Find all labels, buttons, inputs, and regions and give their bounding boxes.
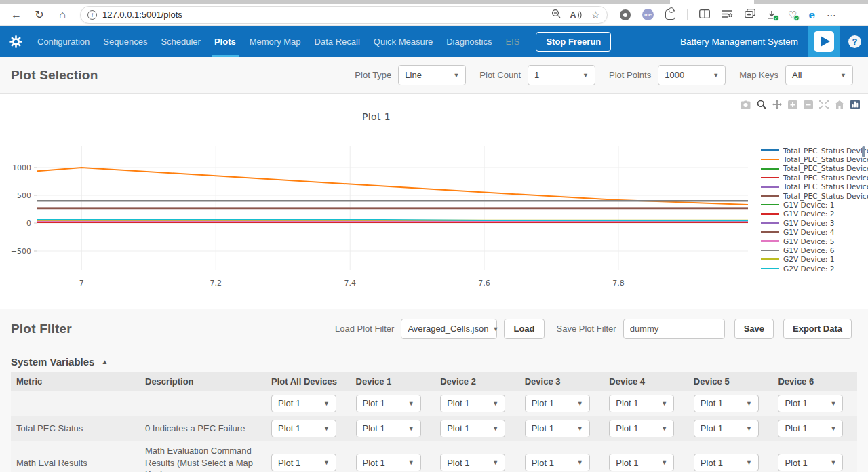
plot-assign-select[interactable]: Plot 1▼ [778,420,843,437]
column-header: Metric [11,376,140,387]
nav-item-quick-measure[interactable]: Quick Measure [367,26,439,57]
plot-assign-select[interactable]: Plot 1▼ [609,454,674,471]
edge-logo-icon[interactable]: e [808,9,815,21]
plot-assign-select[interactable]: Plot 1▼ [271,454,336,471]
downloads-icon[interactable]: ✓ [767,11,776,19]
legend-item[interactable]: G1V Device: 3 [761,218,868,227]
collections-icon[interactable] [745,9,755,21]
zoom-tool-icon[interactable] [757,100,766,109]
address-bar[interactable]: i 127.0.0.1:5001/plots A ☆ [80,6,608,24]
chevron-down-icon: ▼ [661,425,667,433]
legend-item[interactable]: Total_PEC_Status Device: 6 [761,191,868,200]
legend-label: Total_PEC_Status Device: 4 [783,174,868,182]
stop-freerun-button[interactable]: Stop Freerun [536,32,611,52]
plot-count-select[interactable]: 1▼ [528,65,595,85]
legend-item[interactable]: G1V Device: 5 [761,237,868,245]
plot-assign-select[interactable]: Plot 1▼ [609,420,674,437]
map-keys-select[interactable]: All▼ [785,65,853,85]
back-icon[interactable]: ← [7,6,26,24]
export-data-button[interactable]: Export Data [783,319,852,339]
plot-assign-select[interactable]: Plot 1▼ [271,420,336,437]
nav-item-diagnostics[interactable]: Diagnostics [439,26,498,57]
plot-assign-select[interactable]: Plot 1▼ [525,395,590,412]
legend-label: G2V Device: 2 [783,264,834,273]
plot-points-select[interactable]: 1000▼ [658,65,726,85]
plot-assign-select[interactable]: Plot 1▼ [609,395,674,412]
legend-scrollbar[interactable] [862,146,865,157]
system-variables-header[interactable]: System Variables ▲ [0,348,868,372]
zoom-out-icon[interactable] [551,9,561,21]
zoom-out-box-icon[interactable] [804,100,813,109]
run-button[interactable] [808,26,840,57]
site-info-icon[interactable]: i [87,10,97,20]
plot-svg[interactable]: −5000500100077.27.47.67.8 [0,136,753,292]
nav-item-plots[interactable]: Plots [208,26,243,57]
plot-assign-select[interactable]: Plot 1▼ [356,420,421,437]
reset-axes-home-icon[interactable] [835,100,844,109]
legend-item[interactable]: Total_PEC_Status Device: 5 [761,182,868,191]
load-filter-select[interactable]: Averaged_Cells.json▼ [401,319,497,339]
favorites-icon[interactable] [722,9,733,21]
extension-badge-icon[interactable] [620,9,631,20]
plot-assign-select[interactable]: Plot 1▼ [440,454,505,471]
column-header: Plot All Devices [266,376,351,387]
profile-me-icon[interactable]: me [642,9,654,20]
more-menu-icon[interactable]: ⋯ [827,9,837,20]
legend-item[interactable]: G1V Device: 4 [761,228,868,237]
nav-item-scheduler[interactable]: Scheduler [154,26,208,57]
gear-icon[interactable] [9,35,22,48]
zoom-in-icon[interactable] [788,100,797,109]
pan-tool-icon[interactable] [772,100,782,109]
favorite-star-icon[interactable]: ☆ [591,9,600,21]
plot-assign-select[interactable]: Plot 1▼ [778,454,843,471]
app-navbar: Configuration Sequences Scheduler Plots … [0,26,868,57]
url-text[interactable]: 127.0.0.1:5001/plots [102,9,546,20]
legend-item[interactable]: G1V Device: 2 [761,210,868,218]
browser-toolbar: ← ↻ ⌂ i 127.0.0.1:5001/plots A ☆ me ✓ ♡✓… [0,4,868,26]
plot-assign-select[interactable]: Plot 1▼ [694,454,759,471]
legend-item[interactable]: Total_PEC_Status Device: 2 [761,155,868,163]
split-screen-icon[interactable] [699,9,710,21]
nav-item-memory-map[interactable]: Memory Map [243,26,308,57]
legend-item[interactable]: G2V Device: 2 [761,264,868,273]
plot-assign-select[interactable]: Plot 1▼ [694,420,759,437]
collapse-triangle-icon[interactable]: ▲ [101,358,108,366]
plot-assign-select[interactable]: Plot 1▼ [778,395,843,412]
plot-assign-select[interactable]: Plot 1▼ [356,454,421,471]
plot-assign-select[interactable]: Plot 1▼ [271,395,336,412]
plot-assign-select[interactable]: Plot 1▼ [440,395,505,412]
plot-assign-select[interactable]: Plot 1▼ [525,420,590,437]
nav-item-data-recall[interactable]: Data Recall [308,26,367,57]
autoscale-icon[interactable] [819,100,829,109]
plot-type-select[interactable]: Line▼ [398,65,466,85]
plotly-logo-icon[interactable] [850,100,860,109]
legend-item[interactable]: Total_PEC_Status Device: 1 [761,146,868,155]
save-filter-input[interactable] [623,319,725,339]
legend-item[interactable]: Total_PEC_Status Device: 3 [761,164,868,173]
nav-item-configuration[interactable]: Configuration [31,26,96,57]
table-row: Total PEC Status0 Indicates a PEC Failur… [11,416,857,441]
plot-assign-select[interactable]: Plot 1▼ [525,454,590,471]
extensions-icon[interactable] [665,9,675,20]
plot-assign-value: Plot 1 [278,422,300,435]
save-button[interactable]: Save [734,319,774,339]
plot-assign-select[interactable]: Plot 1▼ [356,395,421,412]
legend-item[interactable]: G2V Device: 1 [761,255,868,264]
plot-assign-select[interactable]: Plot 1▼ [694,395,759,412]
legend-item[interactable]: G1V Device: 6 [761,245,868,254]
load-button[interactable]: Load [504,319,544,339]
home-icon[interactable]: ⌂ [53,6,72,24]
plot-assign-select[interactable]: Plot 1▼ [440,420,505,437]
legend-item[interactable]: G1V Device: 1 [761,200,868,209]
chevron-down-icon: ▼ [408,399,414,408]
table-header-row: MetricDescriptionPlot All DevicesDevice … [11,372,857,391]
camera-icon[interactable] [741,100,751,109]
legend-item[interactable]: Total_PEC_Status Device: 4 [761,173,868,182]
browser-essentials-icon[interactable]: ♡✓ [788,11,797,19]
table-row: Math Eval ResultsMath Evaluation Command… [11,441,857,472]
read-aloud-icon[interactable]: A [570,10,582,20]
refresh-icon[interactable]: ↻ [30,6,49,24]
help-icon[interactable]: ? [848,35,861,48]
nav-item-sequences[interactable]: Sequences [96,26,154,57]
chevron-down-icon: ▼ [408,458,414,467]
